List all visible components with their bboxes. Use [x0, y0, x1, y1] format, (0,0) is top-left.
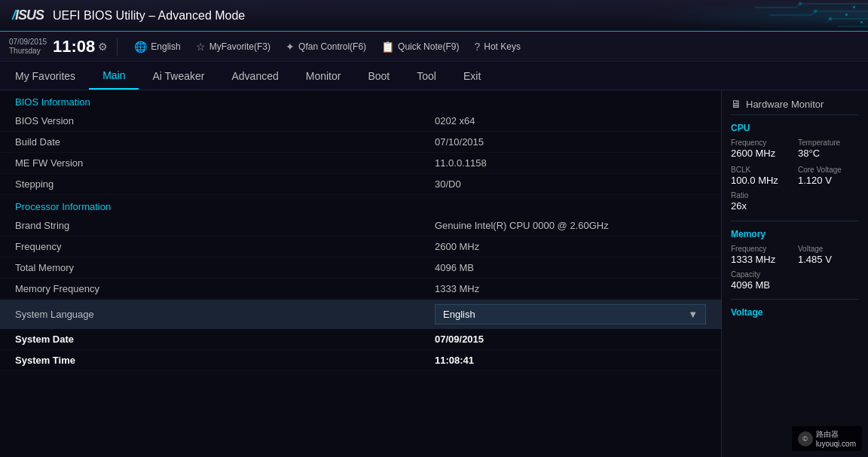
memory-section-title: Memory: [731, 229, 859, 239]
svg-line-1: [796, 4, 800, 8]
cpu-temperature-value: 38°C: [798, 148, 859, 160]
nav-menu: My Favorites Main Ai Tweaker Advanced Mo…: [0, 62, 868, 90]
toolbar-english-btn[interactable]: 🌐 English: [127, 38, 188, 56]
hotkeys-icon: ?: [474, 41, 480, 53]
stepping-label: Stepping: [15, 178, 435, 190]
table-row: Total Memory 4096 MB: [0, 257, 721, 279]
core-voltage-item: Core Voltage 1.120 V: [798, 165, 859, 187]
voltage-section-title: Voltage: [731, 307, 859, 318]
header-title: UEFI BIOS Utility – Advanced Mode: [53, 9, 245, 23]
table-row: ME FW Version 11.0.0.1158: [0, 153, 721, 174]
stepping-value: 30/D0: [435, 178, 706, 190]
nav-item-exit[interactable]: Exit: [450, 62, 494, 90]
bclk-value: 100.0 MHz: [731, 175, 792, 187]
toolbar-time: 11:08 ⚙: [53, 38, 108, 55]
cpu-frequency-value: 2600 MHz: [731, 148, 792, 160]
system-date-row: System Date 07/09/2015: [0, 329, 721, 350]
system-language-dropdown[interactable]: English ▼: [435, 304, 706, 324]
cpu-frequency-label: Frequency: [731, 138, 792, 148]
table-row: Build Date 07/10/2015: [0, 132, 721, 153]
table-row: Frequency 2600 MHz: [0, 236, 721, 257]
toolbar-separator: [117, 38, 118, 56]
brand-string-label: Brand String: [15, 220, 435, 231]
watermark-icon: ©: [798, 431, 813, 446]
table-row: Stepping 30/D0: [0, 174, 721, 195]
mem-voltage-label: Voltage: [798, 244, 859, 254]
nav-item-boot[interactable]: Boot: [354, 62, 403, 90]
watermark-text: 路由器 luyouqi.com: [816, 429, 856, 448]
toolbar-myfavorite-btn[interactable]: ☆ MyFavorite(F3): [188, 38, 278, 56]
system-date-value: 07/09/2015: [435, 334, 706, 345]
build-date-value: 07/10/2015: [435, 136, 706, 148]
right-sidebar: 🖥 Hardware Monitor CPU Frequency 2600 MH…: [721, 90, 868, 457]
bclk-label: BCLK: [731, 165, 792, 175]
hardware-monitor-title: 🖥 Hardware Monitor: [731, 98, 859, 115]
fan-icon: ✦: [286, 41, 295, 53]
system-language-label: System Language: [15, 309, 435, 320]
system-time-row: System Time 11:08:41: [0, 350, 721, 371]
svg-line-4: [811, 11, 815, 15]
ratio-label: Ratio: [731, 190, 859, 200]
cpu-temperature-label: Temperature: [798, 138, 859, 148]
system-language-row[interactable]: System Language English ▼: [0, 300, 721, 329]
system-date-label: System Date: [15, 334, 435, 345]
note-icon: 📋: [381, 41, 394, 53]
memory-voltage-item: Voltage 1.485 V: [798, 244, 859, 267]
nav-item-main[interactable]: Main: [89, 62, 139, 90]
memory-stats-grid: Frequency 1333 MHz Voltage 1.485 V: [731, 244, 859, 267]
memory-frequency-value: 1333 MHz: [435, 283, 706, 294]
circuit-decoration: [680, 0, 868, 32]
toolbar-hotkeys-btn[interactable]: ? Hot Keys: [466, 38, 527, 56]
svg-rect-12: [853, 6, 855, 8]
system-time-value: 11:08:41: [435, 355, 706, 366]
me-fw-version-label: ME FW Version: [15, 157, 435, 169]
build-date-label: Build Date: [15, 136, 435, 148]
header: /ISUS UEFI BIOS Utility – Advanced Mode: [0, 0, 868, 32]
toolbar: 07/09/2015 Thursday 11:08 ⚙ 🌐 English ☆ …: [0, 32, 868, 62]
nav-item-tool[interactable]: Tool: [403, 62, 450, 90]
table-row: Brand String Genuine Intel(R) CPU 0000 @…: [0, 215, 721, 236]
table-row: Memory Frequency 1333 MHz: [0, 279, 721, 300]
hw-divider-1: [731, 221, 859, 221]
system-time-label: System Time: [15, 355, 435, 366]
memory-frequency-item: Frequency 1333 MHz: [731, 244, 792, 267]
nav-item-my-favorites[interactable]: My Favorites: [8, 62, 89, 90]
brand-string-value: Genuine Intel(R) CPU 0000 @ 2.60GHz: [435, 220, 706, 231]
total-memory-value: 4096 MB: [435, 262, 706, 273]
bios-information-header: BIOS Information: [0, 90, 721, 111]
me-fw-version-value: 11.0.0.1158: [435, 157, 706, 169]
dropdown-arrow-icon: ▼: [688, 309, 698, 320]
toolbar-quicknote-btn[interactable]: 📋 Quick Note(F9): [374, 38, 466, 56]
svg-line-7: [827, 19, 830, 23]
asus-logo: /ISUS: [12, 8, 44, 23]
processor-information-header: Processor Information: [0, 195, 721, 215]
system-language-value: English: [443, 309, 475, 320]
svg-point-10: [814, 10, 817, 13]
core-voltage-label: Core Voltage: [798, 165, 859, 175]
bios-version-value: 0202 x64: [435, 115, 706, 126]
toolbar-date: 07/09/2015 Thursday: [9, 38, 47, 56]
gear-icon[interactable]: ⚙: [98, 41, 108, 53]
frequency-label: Frequency: [15, 241, 435, 252]
capacity-value: 4096 MB: [731, 279, 859, 292]
layout: BIOS Information BIOS Version 0202 x64 B…: [0, 90, 868, 457]
hw-divider-2: [731, 299, 859, 300]
toolbar-time-text: 11:08: [53, 38, 95, 55]
ratio-value: 26x: [731, 200, 859, 213]
svg-rect-14: [860, 21, 863, 23]
bclk-item: BCLK 100.0 MHz: [731, 165, 792, 187]
toolbar-datetime: 07/09/2015 Thursday: [9, 38, 47, 56]
bios-version-label: BIOS Version: [15, 115, 435, 126]
table-row: BIOS Version 0202 x64: [0, 111, 721, 132]
nav-item-ai-tweaker[interactable]: Ai Tweaker: [139, 62, 218, 90]
favorite-icon: ☆: [196, 41, 206, 53]
total-memory-label: Total Memory: [15, 262, 435, 273]
nav-item-advanced[interactable]: Advanced: [218, 62, 292, 90]
cpu-section-title: CPU: [731, 123, 859, 133]
cpu-stats-grid: Frequency 2600 MHz Temperature 38°C BCLK…: [731, 138, 859, 187]
nav-item-monitor[interactable]: Monitor: [292, 62, 355, 90]
mem-frequency-label: Frequency: [731, 244, 792, 254]
mem-voltage-value: 1.485 V: [798, 254, 859, 267]
svg-point-11: [829, 17, 832, 20]
toolbar-qfan-btn[interactable]: ✦ Qfan Control(F6): [278, 38, 374, 56]
